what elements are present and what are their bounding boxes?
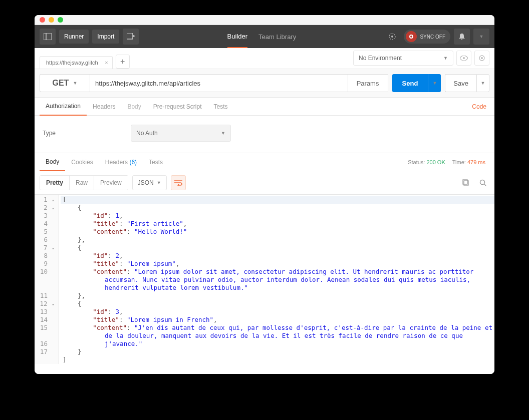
code-text: }, (63, 292, 85, 299)
method-select[interactable]: GET ▼ (40, 74, 90, 92)
tab-authorization[interactable]: Authorization (40, 98, 87, 116)
code-text: { (63, 244, 82, 251)
code-text: 2 (115, 252, 119, 259)
svg-point-7 (461, 39, 462, 40)
response-tab-cookies[interactable]: Cookies (65, 154, 99, 171)
params-button[interactable]: Params (348, 74, 388, 92)
app-window: Runner Import Builder Team Library SYNC … (35, 15, 494, 374)
code-text: "Lorem ipsum dolor sit amet, consectetur… (105, 268, 477, 291)
sync-status-icon (406, 31, 417, 42)
code-snippet-link[interactable]: Code (472, 103, 489, 110)
auth-type-select[interactable]: No Auth ▼ (131, 125, 231, 142)
close-tab-button[interactable]: × (105, 60, 108, 66)
code-text: [ (63, 196, 67, 203)
main-toolbar: Runner Import Builder Team Library SYNC … (35, 25, 494, 48)
import-button[interactable]: Import (92, 30, 119, 44)
time-label: Time: (452, 159, 466, 165)
code-text: { (63, 204, 82, 211)
window-zoom-button[interactable] (58, 17, 63, 23)
chevron-down-icon: ▼ (157, 180, 161, 185)
code-text: { (63, 300, 82, 307)
code-text: 1 (115, 212, 119, 219)
url-input[interactable] (90, 74, 348, 92)
sidebar-icon (44, 33, 52, 40)
code-text: "content" (63, 228, 127, 235)
send-button[interactable]: Send (392, 74, 428, 92)
response-tabs: Body Cookies Headers (6) Tests Status: 2… (35, 153, 494, 171)
svg-line-16 (484, 184, 486, 186)
search-response-button[interactable] (476, 176, 489, 189)
nav-builder-tab[interactable]: Builder (227, 26, 247, 48)
new-tab-button[interactable] (123, 29, 139, 45)
time-indicator: Time: 479 ms (452, 159, 485, 165)
code-text: ] (63, 356, 67, 363)
notifications-button[interactable] (454, 29, 470, 45)
request-tabstrip: https://thejsway.glitch × + No Environme… (35, 48, 494, 69)
nav-team-library-tab[interactable]: Team Library (258, 26, 296, 48)
svg-point-6 (391, 36, 393, 38)
svg-point-8 (463, 57, 465, 59)
save-dropdown-button[interactable]: ▼ (476, 74, 489, 92)
tab-headers[interactable]: Headers (87, 98, 121, 115)
environment-label: No Environment (359, 55, 402, 62)
code-text: "id" (63, 308, 108, 315)
response-tab-headers[interactable]: Headers (6) (99, 154, 143, 171)
bell-icon (458, 33, 465, 40)
environment-quicklook-button[interactable] (456, 51, 471, 66)
response-tab-body[interactable]: Body (40, 153, 65, 171)
sidebar-toggle-button[interactable] (40, 29, 56, 45)
tab-tests[interactable]: Tests (207, 98, 233, 115)
chevron-down-icon: ▼ (479, 34, 484, 39)
view-mode-group: Pretty Raw Preview (40, 175, 128, 190)
window-minimize-button[interactable] (49, 17, 54, 23)
request-tab-0[interactable]: https://thejsway.glitch × (40, 56, 113, 69)
code-text: "content" (63, 324, 127, 331)
status-label: Status: (408, 159, 425, 165)
code-text: "title" (63, 260, 119, 267)
window-close-button[interactable] (40, 17, 45, 23)
method-label: GET (53, 79, 69, 88)
send-dropdown-button[interactable]: ▼ (428, 74, 441, 92)
code-text: "First article" (127, 220, 183, 227)
view-preview-button[interactable]: Preview (94, 176, 128, 190)
svg-point-15 (480, 180, 485, 185)
wrap-toggle-button[interactable] (171, 175, 186, 190)
code-text: }, (63, 236, 85, 243)
titlebar (35, 15, 494, 25)
code-text: "title" (63, 220, 119, 227)
request-row: GET ▼ Params Send ▼ Save ▼ (35, 69, 494, 98)
chevron-down-icon: ▼ (432, 81, 437, 86)
tab-prerequest-script[interactable]: Pre-request Script (147, 98, 208, 115)
tab-body[interactable]: Body (121, 98, 147, 115)
chevron-down-icon: ▼ (73, 81, 77, 86)
new-tab-icon (127, 33, 135, 40)
add-request-tab-button[interactable]: + (116, 55, 130, 69)
interceptor-button[interactable] (384, 29, 400, 45)
save-button[interactable]: Save (445, 74, 476, 92)
code-text: "Hello World!" (134, 228, 187, 235)
status-indicator: Status: 200 OK (408, 159, 445, 165)
format-select[interactable]: JSON ▼ (132, 175, 167, 190)
view-raw-button[interactable]: Raw (70, 176, 94, 190)
status-value: 200 OK (426, 159, 445, 165)
code-text: "title" (63, 316, 119, 323)
sync-toggle[interactable]: SYNC OFF (404, 30, 450, 44)
chevron-down-icon: ▼ (221, 131, 225, 136)
response-headers-label: Headers (105, 159, 128, 166)
format-label: JSON (138, 179, 154, 186)
response-view-toolbar: Pretty Raw Preview JSON ▼ (35, 171, 494, 195)
code-text: "id" (63, 212, 108, 219)
view-pretty-button[interactable]: Pretty (40, 176, 70, 190)
svg-point-10 (481, 57, 483, 59)
copy-response-button[interactable] (459, 176, 472, 189)
response-tab-tests[interactable]: Tests (143, 154, 169, 171)
environment-settings-button[interactable] (474, 51, 489, 66)
user-menu-button[interactable]: ▼ (473, 29, 489, 45)
response-headers-count: (6) (129, 159, 137, 166)
auth-type-value: No Auth (136, 130, 158, 137)
chevron-down-icon: ▼ (481, 81, 485, 86)
runner-button[interactable]: Runner (59, 30, 89, 44)
environment-select[interactable]: No Environment ▼ (353, 51, 453, 66)
code-content[interactable]: [ { "id": 1, "title": "First article", "… (59, 195, 494, 364)
code-text: "Lorem ipsum in French" (127, 316, 213, 323)
